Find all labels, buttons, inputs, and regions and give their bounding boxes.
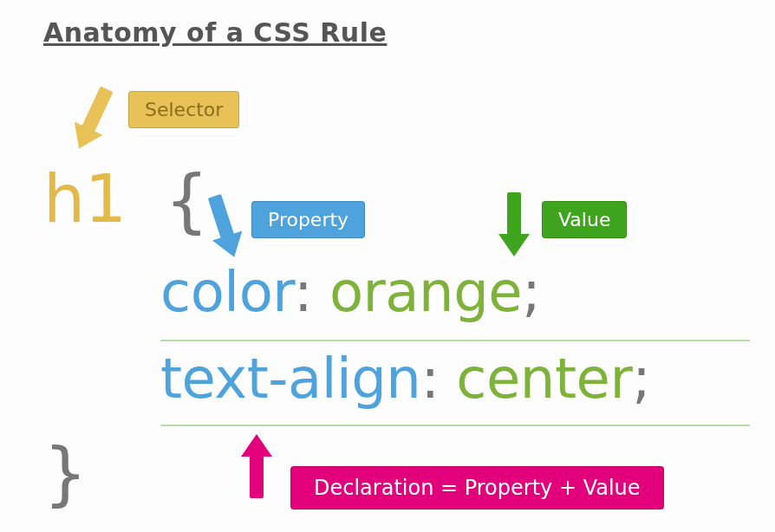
code-brace-open: {: [165, 160, 208, 241]
arrow-up-icon: [250, 450, 264, 498]
code-property: color: [160, 260, 294, 324]
declaration-line: text-align: center;: [160, 347, 650, 411]
code-semicolon: ;: [522, 260, 540, 324]
label-property: Property: [251, 201, 365, 238]
diagram-canvas: Anatomy of a CSS Rule Selector h1 { Prop…: [0, 0, 775, 532]
code-colon: :: [294, 260, 329, 324]
underline: [160, 340, 750, 341]
underline: [160, 425, 750, 426]
declaration-line: color: orange;: [160, 260, 540, 324]
arrow-down-icon: [79, 86, 113, 137]
label-declaration: Declaration = Property + Value: [290, 466, 664, 509]
label-selector: Selector: [128, 91, 239, 128]
arrow-down-icon: [507, 192, 521, 241]
label-value: Value: [542, 201, 627, 238]
code-value: orange: [329, 260, 522, 324]
code-value: center: [456, 347, 632, 411]
code-semicolon: ;: [632, 347, 650, 411]
title: Anatomy of a CSS Rule: [43, 17, 387, 48]
code-selector: h1: [43, 160, 127, 237]
arrow-down-icon: [208, 194, 237, 244]
code-property: text-align: [160, 347, 420, 411]
code-brace-close: }: [43, 433, 87, 514]
code-colon: :: [420, 347, 456, 411]
